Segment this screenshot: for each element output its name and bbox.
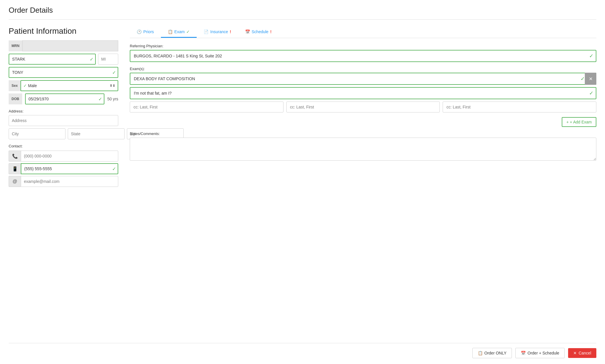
cancel-button[interactable]: ✕ Cancel	[568, 348, 596, 358]
notes-textarea[interactable]	[130, 138, 596, 161]
dob-input-wrap: ✓	[25, 93, 104, 104]
dob-input[interactable]	[25, 93, 104, 104]
page-title: Order Details	[9, 6, 596, 20]
sex-select[interactable]: Male Female Other	[28, 83, 110, 88]
last-name-input[interactable]	[9, 54, 96, 65]
state-input[interactable]	[68, 128, 125, 139]
order-only-icon: 📋	[478, 351, 483, 355]
phone-input[interactable]	[21, 151, 118, 162]
add-exam-button[interactable]: + + Add Exam	[562, 117, 596, 127]
exam1-delete-button[interactable]: ✕	[585, 73, 596, 85]
cc3-input[interactable]	[443, 102, 596, 112]
schedule-alert-badge: !	[270, 29, 272, 34]
patient-panel: Patient Information MRN ✓	[9, 27, 118, 337]
referring-input-wrap: ✓	[130, 50, 596, 62]
order-schedule-icon: 📅	[521, 351, 526, 355]
sex-row: Sex ✓ Male Female Other ⬆⬇	[9, 80, 118, 91]
phone-row: 📞	[9, 151, 118, 162]
mobile-check-icon: ✓	[112, 166, 116, 172]
dob-check-icon: ✓	[98, 96, 102, 102]
mi-field	[98, 54, 118, 65]
tab-schedule[interactable]: 📅 Schedule !	[238, 27, 279, 38]
exam-note-check-icon: ✓	[589, 90, 593, 96]
exam-item-1: ✓ ✕	[130, 73, 596, 85]
order-only-label: Order ONLY	[484, 351, 507, 355]
first-name-check-icon: ✓	[112, 70, 116, 75]
mrn-label: MRN	[9, 40, 22, 51]
first-name-row: ✓	[9, 67, 118, 78]
city-input[interactable]	[9, 128, 65, 139]
priors-icon: 🕐	[137, 29, 142, 34]
name-row: ✓	[9, 54, 118, 65]
tab-exam-label: Exam	[174, 29, 185, 34]
cc1-input[interactable]	[130, 102, 283, 112]
contact-label: Contact:	[9, 144, 118, 148]
insurance-alert-badge: !	[230, 29, 231, 34]
notes-label: Notes/Comments:	[130, 132, 596, 136]
email-input[interactable]	[21, 176, 118, 187]
schedule-icon: 📅	[245, 29, 250, 34]
referring-check-icon: ✓	[589, 53, 593, 59]
tab-priors[interactable]: 🕐 Priors	[130, 27, 161, 38]
exam-note-row: ✓	[130, 87, 596, 99]
order-schedule-label: Order + Schedule	[527, 351, 559, 355]
last-name-check-icon: ✓	[90, 57, 93, 62]
tab-schedule-label: Schedule	[252, 29, 268, 34]
cancel-label: Cancel	[578, 351, 591, 355]
age-display: 50 yrs	[107, 97, 118, 101]
footer-bar: 📋 Order ONLY 📅 Order + Schedule ✕ Cancel	[9, 343, 596, 358]
tab-insurance-label: Insurance	[210, 29, 228, 34]
add-exam-label: + Add Exam	[570, 120, 592, 124]
sex-select-wrap: ✓ Male Female Other ⬆⬇	[20, 80, 118, 91]
order-schedule-button[interactable]: 📅 Order + Schedule	[515, 348, 565, 358]
mi-input[interactable]	[98, 54, 118, 65]
exam-icon: 📋	[168, 29, 173, 34]
address-input[interactable]	[9, 115, 118, 126]
cc-row	[130, 102, 596, 112]
address-label: Address:	[9, 109, 118, 113]
sex-label: Sex	[9, 80, 20, 91]
city-state-row	[9, 128, 118, 139]
email-row: @	[9, 176, 118, 187]
exams-label: Exam(s):	[130, 67, 596, 71]
right-panel: 🕐 Priors 📋 Exam ✓ 📄 Insurance ! 📅 Schedu…	[130, 27, 596, 337]
dob-label: DOB	[9, 93, 22, 104]
exam-note-input[interactable]	[130, 87, 596, 99]
cc2-input[interactable]	[286, 102, 440, 112]
mobile-input-wrap: ✓	[21, 163, 118, 174]
mobile-input[interactable]	[21, 163, 118, 174]
insurance-icon: 📄	[204, 29, 208, 34]
referring-input[interactable]	[130, 50, 596, 62]
add-exam-row: + + Add Exam	[130, 117, 596, 127]
tab-exam[interactable]: 📋 Exam ✓	[161, 27, 197, 38]
order-only-button[interactable]: 📋 Order ONLY	[472, 348, 512, 358]
cancel-icon: ✕	[573, 351, 577, 355]
first-name-input[interactable]	[9, 67, 118, 78]
mobile-icon: 📱	[9, 163, 21, 174]
email-icon: @	[9, 176, 21, 187]
tab-insurance[interactable]: 📄 Insurance !	[197, 27, 238, 38]
add-exam-plus-icon: +	[566, 120, 569, 124]
tab-priors-label: Priors	[143, 29, 154, 34]
referring-label: Referring Physician:	[130, 44, 596, 48]
sex-check-icon: ✓	[23, 83, 27, 88]
dob-row: DOB ✓ 50 yrs	[9, 93, 118, 104]
exam1-input-wrap: ✓ ✕	[130, 73, 596, 85]
tabs-row: 🕐 Priors 📋 Exam ✓ 📄 Insurance ! 📅 Schedu…	[130, 27, 596, 38]
exam-check-badge: ✓	[186, 29, 190, 34]
exam1-input[interactable]	[130, 73, 596, 85]
phone-icon: 📞	[9, 151, 21, 162]
last-name-field: ✓	[9, 54, 96, 65]
exam1-check-icon: ✓	[580, 76, 585, 82]
mrn-input[interactable]	[22, 40, 118, 51]
sex-dropdown-icon: ⬆⬇	[110, 84, 115, 88]
mrn-row: MRN	[9, 40, 118, 51]
mobile-row: 📱 ✓	[9, 163, 118, 174]
patient-section-title: Patient Information	[9, 27, 118, 36]
first-name-field: ✓	[9, 67, 118, 78]
